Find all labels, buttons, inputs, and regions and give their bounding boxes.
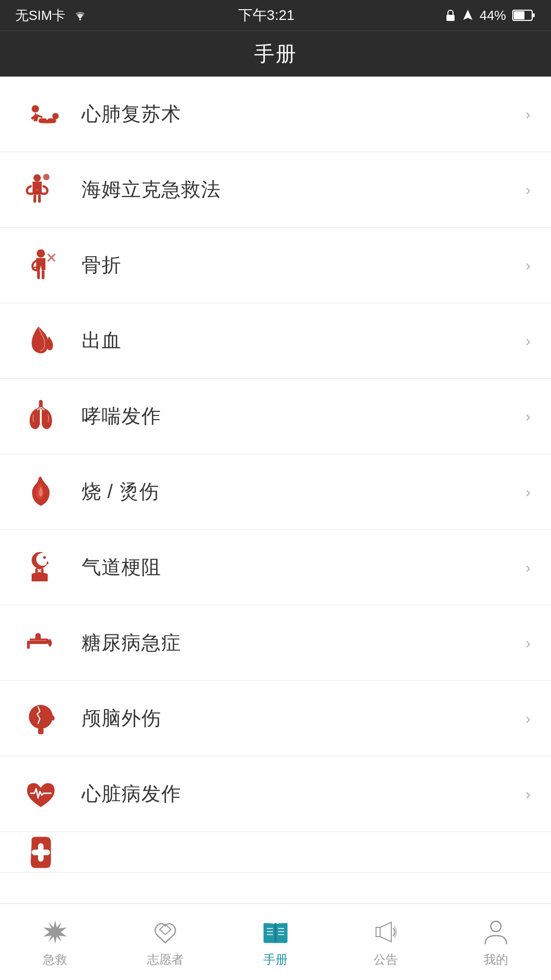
headinjury-chevron: ›	[525, 710, 531, 727]
diabetes-chevron: ›	[525, 634, 531, 652]
bleeding-chevron: ›	[525, 332, 531, 350]
heimlich-chevron: ›	[525, 181, 531, 199]
lock-icon	[445, 9, 456, 22]
burn-icon	[20, 472, 61, 512]
svg-rect-10	[46, 114, 48, 120]
status-right: 44%	[445, 8, 536, 23]
diabetes-icon	[20, 623, 61, 664]
svg-rect-18	[42, 270, 44, 279]
wifi-icon	[72, 10, 88, 21]
manual-tab-label: 手册	[263, 951, 288, 968]
tab-mine[interactable]: 我的	[441, 904, 551, 980]
list-item-more[interactable]	[0, 832, 551, 873]
bulletin-tab-icon	[370, 917, 401, 947]
svg-point-11	[34, 174, 41, 181]
list-item-heartattack[interactable]: 心脏病发作 ›	[0, 756, 551, 832]
cpr-icon	[20, 94, 61, 135]
tab-firstaid[interactable]: 急救	[0, 904, 110, 980]
firstaid-tab-label: 急救	[43, 951, 67, 968]
svg-rect-4	[533, 13, 535, 17]
bleeding-label: 出血	[82, 328, 525, 354]
list-item-airway[interactable]: 气道梗阻 ›	[0, 530, 551, 605]
asthma-label: 哮喘发作	[82, 403, 525, 429]
manual-list: 心肺复苏术 › 海姆立克急救法 ›	[0, 77, 551, 903]
list-item-asthma[interactable]: 哮喘发作 ›	[0, 379, 551, 454]
svg-rect-17	[37, 270, 40, 279]
volunteer-tab-icon	[150, 917, 181, 947]
heartattack-label: 心脏病发作	[82, 781, 525, 807]
list-item-cpr[interactable]: 心肺复苏术 ›	[0, 77, 551, 152]
heimlich-icon	[20, 169, 61, 210]
bleeding-icon	[20, 321, 61, 361]
battery-icon	[512, 9, 536, 21]
location-icon	[462, 9, 473, 22]
svg-point-13	[35, 190, 39, 194]
diabetes-label: 糖尿病急症	[82, 630, 525, 656]
fracture-chevron: ›	[525, 257, 531, 274]
burn-label: 烧 / 烫伤	[82, 479, 525, 505]
list-item-heimlich[interactable]: 海姆立克急救法 ›	[0, 152, 551, 228]
list-item-burn[interactable]: 烧 / 烫伤 ›	[0, 454, 551, 530]
asthma-icon	[20, 396, 61, 437]
svg-point-37	[491, 921, 501, 932]
manual-tab-icon	[260, 917, 291, 947]
mine-tab-label: 我的	[484, 951, 508, 968]
bulletin-tab-label: 公告	[373, 951, 398, 968]
svg-rect-30	[274, 923, 277, 943]
tab-volunteer[interactable]: 志愿者	[110, 904, 220, 980]
svg-rect-14	[34, 194, 36, 203]
cpr-label: 心肺复苏术	[82, 101, 525, 127]
svg-point-22	[43, 556, 46, 558]
heartattack-icon	[20, 774, 61, 815]
svg-point-12	[43, 174, 50, 180]
mine-tab-icon	[481, 917, 511, 947]
headinjury-label: 颅脑外伤	[82, 705, 525, 731]
headinjury-icon	[20, 698, 61, 739]
svg-point-7	[53, 113, 59, 119]
tab-manual[interactable]: 手册	[220, 904, 331, 980]
svg-point-8	[32, 105, 39, 112]
svg-point-16	[37, 249, 45, 257]
battery-text: 44%	[480, 8, 506, 23]
heartattack-chevron: ›	[525, 786, 531, 803]
volunteer-tab-label: 志愿者	[147, 951, 184, 968]
airway-chevron: ›	[525, 559, 531, 576]
page-title: 手册	[254, 40, 297, 68]
cpr-chevron: ›	[525, 106, 531, 123]
list-item-headinjury[interactable]: 颅脑外伤 ›	[0, 681, 551, 756]
svg-rect-3	[514, 11, 524, 19]
list-item-diabetes[interactable]: 糖尿病急症 ›	[0, 605, 551, 681]
heimlich-label: 海姆立克急救法	[82, 177, 525, 203]
svg-rect-29	[32, 849, 50, 855]
airway-label: 气道梗阻	[82, 554, 525, 580]
status-bar: 无SIM卡 下午3:21 44%	[0, 0, 551, 31]
list-item-bleeding[interactable]: 出血 ›	[0, 303, 551, 379]
status-time: 下午3:21	[238, 6, 295, 25]
asthma-chevron: ›	[525, 408, 531, 425]
sim-status: 无SIM卡	[15, 7, 65, 24]
page-header: 手册	[0, 31, 551, 77]
airway-icon	[20, 547, 61, 588]
svg-point-26	[29, 705, 53, 729]
fracture-icon	[20, 245, 61, 286]
fracture-label: 骨折	[82, 252, 525, 278]
tab-bulletin[interactable]: 公告	[331, 904, 441, 980]
burn-chevron: ›	[525, 483, 531, 501]
list-item-fracture[interactable]: 骨折 ›	[0, 228, 551, 303]
svg-point-0	[80, 19, 81, 20]
svg-rect-1	[446, 15, 455, 21]
svg-rect-15	[38, 194, 41, 203]
firstaid-tab-icon	[40, 917, 70, 947]
more-icon	[20, 832, 61, 873]
svg-rect-27	[38, 728, 44, 734]
tab-bar: 急救 志愿者	[0, 903, 551, 980]
status-left: 无SIM卡	[15, 7, 88, 24]
